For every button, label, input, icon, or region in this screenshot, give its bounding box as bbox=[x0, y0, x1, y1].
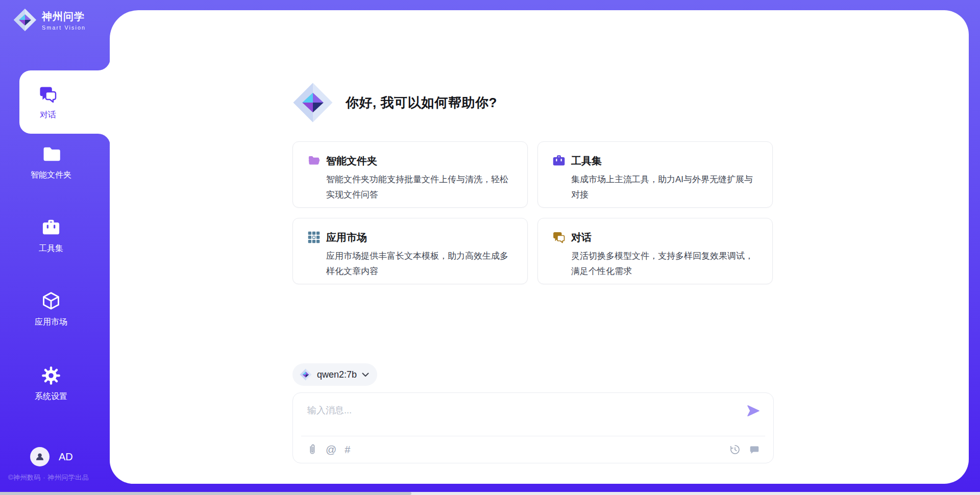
briefcase-icon bbox=[41, 217, 61, 238]
avatar bbox=[30, 447, 50, 466]
sidebar-item-label: 应用市场 bbox=[35, 317, 67, 328]
history-button[interactable] bbox=[729, 444, 741, 455]
model-selector[interactable]: qwen2:7b bbox=[292, 363, 377, 386]
card-toolset[interactable]: 工具集 集成市场上主流工具，助力AI与外界无缝扩展与对接 bbox=[537, 141, 773, 208]
hash-icon[interactable]: # bbox=[345, 444, 350, 455]
model-selector-value: qwen2:7b bbox=[317, 369, 357, 380]
copyright: ©神州数码 · 神州问学出品 bbox=[8, 473, 89, 482]
horizontal-scrollbar bbox=[0, 492, 980, 495]
send-icon bbox=[746, 403, 761, 418]
greeting-title: 你好, 我可以如何帮助你? bbox=[346, 94, 497, 112]
card-description: 智能文件夹功能支持批量文件上传与清洗，轻松实现文件问答 bbox=[326, 172, 514, 203]
card-title: 对话 bbox=[571, 231, 592, 244]
history-icon bbox=[729, 444, 741, 455]
gear-icon bbox=[41, 365, 61, 386]
comment-icon bbox=[749, 444, 760, 455]
sidebar-item-smart-folder[interactable]: 智能文件夹 bbox=[0, 144, 102, 181]
main-panel: 你好, 我可以如何帮助你? 智能文件夹 智能文件夹功能支持批量文件上传与清洗，轻… bbox=[110, 10, 969, 484]
cube-icon bbox=[41, 291, 61, 311]
card-title: 应用市场 bbox=[326, 231, 367, 244]
card-description: 应用市场提供丰富长文本模板，助力高效生成多样化文章内容 bbox=[326, 249, 514, 279]
send-button[interactable] bbox=[745, 402, 762, 419]
brand: 神州问学 Smart Vision bbox=[13, 8, 86, 32]
sidebar-item-app-market[interactable]: 应用市场 bbox=[0, 291, 102, 328]
card-title: 工具集 bbox=[571, 154, 602, 168]
greeting: 你好, 我可以如何帮助你? bbox=[292, 82, 497, 123]
chevron-down-icon bbox=[362, 373, 369, 377]
tab-corner-top bbox=[98, 58, 110, 70]
sidebar-item-chat[interactable]: 对话 bbox=[19, 70, 110, 134]
greeting-logo-icon bbox=[292, 82, 333, 123]
chat-bubbles-icon bbox=[552, 230, 566, 244]
sidebar-item-label: 系统设置 bbox=[35, 391, 67, 402]
user-name: AD bbox=[59, 451, 73, 463]
sidebar-item-toolset[interactable]: 工具集 bbox=[0, 217, 102, 254]
card-description: 集成市场上主流工具，助力AI与外界无缝扩展与对接 bbox=[571, 172, 759, 203]
message-input[interactable] bbox=[293, 393, 773, 425]
model-logo-icon bbox=[300, 368, 312, 381]
user-chip[interactable]: AD bbox=[30, 447, 73, 466]
sidebar-item-label: 智能文件夹 bbox=[31, 170, 71, 181]
card-app-market[interactable]: 应用市场 应用市场提供丰富长文本模板，助力高效生成多样化文章内容 bbox=[292, 218, 528, 284]
composer-toolbar: @ # bbox=[293, 436, 773, 463]
diamond-logo-icon bbox=[13, 8, 37, 32]
briefcase-icon bbox=[552, 154, 566, 168]
chat-bubbles-icon bbox=[38, 84, 58, 105]
app-background: 神州问学 Smart Vision 对话 智能文件夹 bbox=[0, 0, 980, 495]
card-description: 灵活切换多模型文件，支持多样回复效果调试，满足个性化需求 bbox=[571, 249, 759, 279]
sidebar-item-label: 对话 bbox=[40, 110, 56, 120]
comment-button[interactable] bbox=[749, 444, 760, 455]
composer: @ # bbox=[292, 392, 774, 463]
card-title: 智能文件夹 bbox=[326, 154, 377, 168]
at-icon[interactable]: @ bbox=[326, 444, 336, 455]
folder-open-icon bbox=[307, 154, 321, 168]
folder-icon bbox=[41, 144, 61, 164]
person-icon bbox=[34, 451, 45, 462]
brand-subtitle: Smart Vision bbox=[42, 24, 86, 31]
feature-cards: 智能文件夹 智能文件夹功能支持批量文件上传与清洗，轻松实现文件问答 bbox=[292, 141, 773, 284]
grid-icon bbox=[307, 230, 321, 244]
scrollbar-thumb[interactable] bbox=[0, 492, 411, 495]
attach-button[interactable] bbox=[306, 444, 317, 455]
paperclip-icon bbox=[306, 444, 317, 455]
sidebar-item-settings[interactable]: 系统设置 bbox=[0, 365, 102, 402]
card-chat[interactable]: 对话 灵活切换多模型文件，支持多样回复效果调试，满足个性化需求 bbox=[537, 218, 773, 284]
brand-name: 神州问学 bbox=[42, 10, 86, 23]
card-smart-folder[interactable]: 智能文件夹 智能文件夹功能支持批量文件上传与清洗，轻松实现文件问答 bbox=[292, 141, 528, 208]
sidebar-item-label: 工具集 bbox=[39, 243, 63, 254]
